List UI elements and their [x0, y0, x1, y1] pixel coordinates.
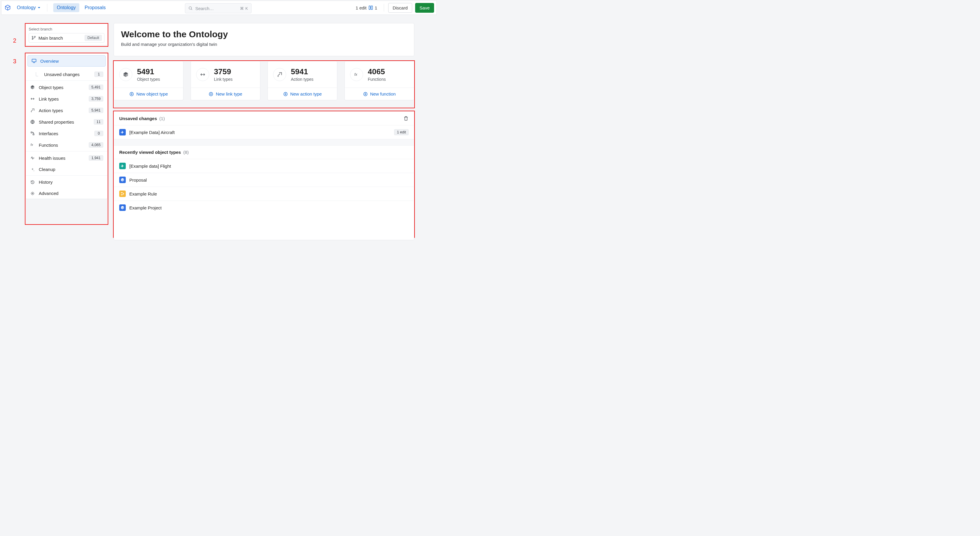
page-title: Welcome to the Ontology — [121, 29, 407, 39]
tab-label: Ontology — [57, 5, 76, 10]
function-icon: fx — [350, 68, 363, 81]
tab-label: Proposals — [84, 5, 106, 10]
page-subtitle: Build and manage your organization's dig… — [121, 42, 407, 47]
function-icon: fx — [30, 143, 35, 147]
new-object-type-button[interactable]: New object type — [114, 87, 183, 100]
sidebar-item-count: 1 — [94, 72, 103, 77]
sidebar-item-action-types[interactable]: Action types 5,941 — [26, 104, 107, 116]
plane-icon — [119, 129, 126, 135]
branch-selector-card: Select branch Main branch Default — [25, 24, 108, 46]
sidebar-item-history[interactable]: History — [26, 176, 107, 188]
stat-action-label: New function — [370, 91, 396, 96]
sidebar-item-interfaces[interactable]: Interfaces 0 — [26, 127, 107, 139]
sidebar-item-label: Health issues — [39, 156, 85, 161]
list-item[interactable]: Example Project — [114, 200, 414, 215]
search-input[interactable]: Search… ⌘ K — [185, 3, 251, 13]
svg-point-18 — [121, 194, 122, 195]
sidebar-item-label: Link types — [39, 96, 85, 102]
list-item[interactable]: [Example Data] Aircraft 1 edit — [114, 125, 414, 139]
history-icon — [30, 180, 35, 184]
app-name: Ontology — [17, 5, 36, 10]
stat-card-functions: fx 4065 Functions New function — [344, 61, 414, 100]
new-action-type-button[interactable]: New action type — [268, 87, 337, 100]
tab-ontology[interactable]: Ontology — [53, 3, 79, 12]
discard-button[interactable]: Discard — [388, 3, 412, 13]
svg-point-3 — [32, 36, 33, 37]
section-count: (1) — [159, 116, 165, 121]
list-item[interactable]: [Example data] Flight — [114, 159, 414, 173]
branch-icon — [119, 191, 126, 197]
trash-icon[interactable] — [403, 116, 409, 121]
new-link-type-button[interactable]: New link type — [191, 87, 260, 100]
stat-value: 3759 — [214, 67, 232, 76]
section-title: Unsaved changes — [119, 116, 157, 121]
sidebar-item-label: Interfaces — [39, 131, 91, 136]
stats-row: 5491 Object types New object type 3759 L… — [114, 61, 414, 100]
sidebar-item-object-types[interactable]: Object types 5,491 — [26, 81, 107, 93]
sidebar-item-label: Unsaved changes — [44, 72, 91, 77]
top-tabs: Ontology Proposals — [53, 3, 109, 12]
svg-point-19 — [123, 194, 124, 194]
svg-point-0 — [189, 7, 192, 10]
sidebar-item-health-issues[interactable]: Health issues 1,941 — [26, 152, 107, 164]
sidebar-item-unsaved-changes[interactable]: Unsaved changes 1 — [26, 68, 107, 80]
branch-selector-title: Select branch — [29, 27, 105, 31]
sidebar-item-count: 11 — [94, 119, 103, 124]
divider — [26, 151, 107, 151]
tab-proposals[interactable]: Proposals — [81, 3, 109, 12]
app-header: Ontology Ontology Proposals Search… ⌘ K … — [1, 1, 437, 15]
sidebar-item-count: 3,759 — [89, 96, 103, 102]
sidebar-item-functions[interactable]: fx Functions 4,065 — [26, 139, 107, 151]
sidebar-item-label: Cleanup — [39, 167, 103, 172]
save-button[interactable]: Save — [415, 3, 434, 13]
sidebar-item-label: Functions — [39, 143, 85, 148]
gear-icon — [30, 191, 35, 196]
sidebar-item-count: 1,941 — [89, 155, 103, 161]
annotation-3: 3 — [13, 58, 16, 65]
list-item[interactable]: Example Rule — [114, 187, 414, 200]
list-item-label: Example Rule — [129, 191, 157, 196]
new-function-button[interactable]: New function — [345, 87, 414, 100]
annotation-2: 2 — [13, 37, 16, 44]
section-gap — [114, 139, 414, 146]
app-logo-icon — [4, 4, 11, 11]
svg-text:fx: fx — [30, 143, 33, 146]
branch-icon — [31, 35, 36, 40]
edits-count: 1 — [375, 5, 377, 10]
sidebar-item-shared-properties[interactable]: Shared properties 11 — [26, 116, 107, 127]
cube-icon — [30, 85, 35, 90]
sidebar-item-link-types[interactable]: Link types 3,759 — [26, 93, 107, 104]
sidebar-item-cleanup[interactable]: Cleanup — [26, 164, 107, 175]
button-label: Save — [420, 5, 430, 10]
divider — [384, 4, 384, 11]
pending-edits-indicator[interactable]: 1 edit 1 — [353, 4, 380, 11]
sidebar-item-count: 0 — [94, 131, 103, 136]
sidebar-item-advanced[interactable]: Advanced — [26, 188, 107, 199]
sidebar-item-label: History — [39, 180, 103, 184]
svg-rect-6 — [32, 59, 36, 62]
svg-text:fx: fx — [355, 73, 358, 76]
stat-card-action-types: 5941 Action types New action type — [267, 61, 337, 100]
stat-label: Link types — [214, 77, 232, 82]
app-switcher[interactable]: Ontology — [14, 4, 43, 11]
interface-icon — [30, 131, 35, 136]
svg-rect-9 — [33, 134, 34, 135]
unsaved-changes-header: Unsaved changes (1) — [114, 111, 414, 125]
stat-card-object-types: 5491 Object types New object type — [114, 61, 183, 100]
overview-lists: Unsaved changes (1) [Example Data] Aircr… — [114, 111, 414, 240]
cube-icon — [119, 68, 132, 81]
branch-selector[interactable]: Main branch Default — [29, 33, 105, 43]
link-icon — [196, 68, 209, 81]
list-item[interactable]: Proposal — [114, 173, 414, 187]
sidebar-nav: Overview Unsaved changes 1 Object types … — [25, 53, 108, 199]
edits-label: 1 edit — [356, 5, 367, 10]
pulse-icon — [30, 156, 35, 160]
stat-action-label: New action type — [290, 91, 322, 96]
search-shortcut: ⌘ K — [240, 6, 248, 11]
welcome-card: Welcome to the Ontology Build and manage… — [114, 23, 414, 56]
globe-icon — [30, 119, 35, 124]
cube-icon — [119, 177, 126, 183]
stat-action-label: New object type — [137, 91, 168, 96]
action-icon — [30, 108, 35, 113]
sidebar-item-overview[interactable]: Overview — [27, 55, 106, 67]
